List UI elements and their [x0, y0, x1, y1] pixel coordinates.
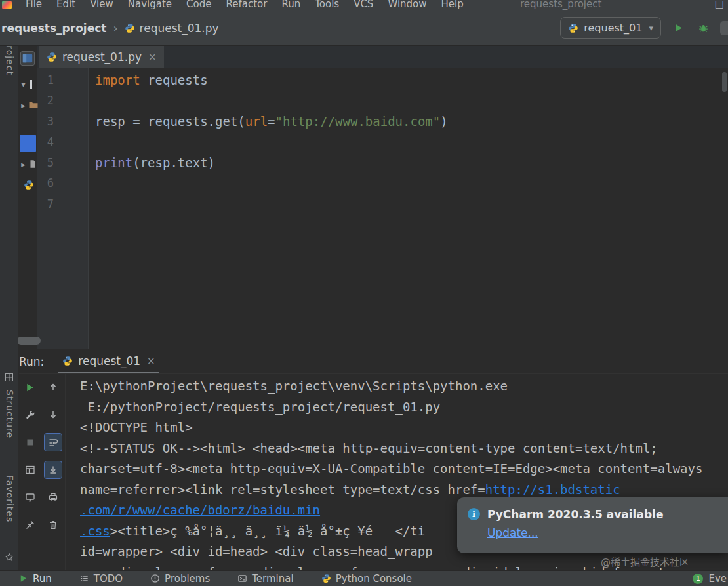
console-line: <!--STATUS OK--><html> <head><meta http-…	[66, 438, 728, 459]
caret-bar	[30, 80, 32, 89]
line-number: 4	[37, 135, 89, 148]
breadcrumb-file[interactable]: request_01.py	[140, 22, 219, 35]
menu-item-navigate[interactable]: Navigate	[121, 0, 179, 10]
favorites-stripe-icon[interactable]	[5, 553, 14, 562]
tree-selected-item[interactable]	[20, 135, 36, 152]
monitor-button[interactable]	[21, 488, 39, 507]
printer-button[interactable]	[44, 488, 62, 507]
menu-item-file[interactable]: File	[18, 0, 49, 10]
run-tab[interactable]: request_01 ×	[58, 349, 159, 373]
status-item-run[interactable]: Run	[18, 573, 52, 585]
tree-node-file[interactable]: ▸	[20, 157, 37, 171]
menu-item-window[interactable]: Window	[380, 0, 434, 10]
run-tab-label: request_01	[78, 354, 140, 367]
code-text: resp = requests.get(url="http://www.baid…	[89, 114, 448, 129]
menu-item-refactor[interactable]: Refactor	[218, 0, 274, 10]
editor-tab-bar: request_01.py ×	[37, 46, 728, 68]
up-button[interactable]	[44, 378, 62, 396]
editor-tab[interactable]: request_01.py ×	[39, 46, 164, 68]
menu-item-view[interactable]: View	[83, 0, 121, 10]
code-segment: requests	[140, 73, 208, 87]
breadcrumb-project[interactable]: requests_project	[1, 22, 106, 35]
console-link[interactable]: .css	[80, 524, 110, 538]
chevron-down-icon[interactable]: ▾	[20, 79, 27, 89]
run-config-select[interactable]: request_01 ▾	[560, 17, 661, 39]
todo-icon	[79, 574, 89, 583]
code-segment: print	[95, 156, 132, 170]
status-item-terminal[interactable]: Terminal	[237, 573, 293, 585]
code-line: 5print(resp.text)	[37, 152, 728, 173]
maximize-button[interactable]: □	[715, 0, 724, 10]
code-text: print(resp.text)	[89, 156, 215, 170]
softwrap-button[interactable]	[44, 433, 62, 451]
menu: FileEditViewNavigateCodeRefactorRunTools…	[18, 0, 471, 10]
project-tool-icon[interactable]	[20, 51, 35, 66]
console-link[interactable]: //www	[725, 565, 728, 571]
code-line: 3resp = requests.get(url="http://www.bai…	[37, 111, 728, 132]
menu-item-run[interactable]: Run	[274, 0, 308, 10]
stripe-favorites-label[interactable]: Favorites	[5, 475, 15, 522]
console-link[interactable]: .com/r/www/cache/bdorz/baidu.min	[80, 503, 320, 517]
editor-vertical-scrollbar[interactable]	[722, 72, 727, 92]
console-link[interactable]: http://s1.bdstatic	[485, 482, 620, 497]
chevron-right-icon[interactable]: ▸	[20, 100, 27, 110]
console-text: <!DOCTYPE html>	[80, 420, 193, 434]
menu-item-help[interactable]: Help	[434, 0, 471, 10]
tree-python-file[interactable]	[24, 178, 34, 192]
status-right: 1 Eve	[693, 573, 727, 585]
coverage-button[interactable]	[720, 21, 728, 35]
tree-node-root[interactable]: ▾	[20, 77, 32, 91]
close-icon[interactable]: ×	[147, 355, 155, 367]
settings-button[interactable]	[21, 406, 39, 424]
stripe-structure-label[interactable]: Structure	[5, 390, 15, 438]
run-button[interactable]	[670, 20, 686, 36]
run-panel-label: Run:	[19, 355, 44, 368]
code-url-link[interactable]: http://www.baidu.com	[283, 114, 433, 129]
menu-item-tools[interactable]: Tools	[308, 0, 346, 10]
structure-stripe-icon[interactable]	[5, 373, 14, 382]
menu-item-edit[interactable]: Edit	[49, 0, 83, 10]
chevron-right-icon: ›	[113, 21, 117, 35]
code-segment: import	[95, 73, 140, 87]
play-icon	[18, 574, 28, 583]
code-line: 2	[37, 91, 728, 112]
event-log-label[interactable]: Eve	[708, 573, 727, 585]
console-line: E:/pythonProject/requests_project/reques…	[66, 397, 728, 418]
status-item-todo[interactable]: TODO	[79, 573, 123, 585]
line-number: 3	[37, 115, 89, 128]
notification-popup: i PyCharm 2020.3.5 available Update...	[457, 497, 728, 553]
event-count-badge[interactable]: 1	[693, 574, 703, 584]
horizontal-scrollbar[interactable]	[17, 337, 41, 345]
python-file-icon	[125, 23, 135, 33]
code-segment: )	[440, 114, 447, 129]
layout-button[interactable]	[21, 461, 39, 479]
status-item-problems[interactable]: Problems	[150, 573, 210, 585]
down-button[interactable]	[44, 406, 62, 424]
line-number: 1	[37, 73, 89, 87]
pin-button[interactable]	[21, 516, 39, 534]
menu-item-vcs[interactable]: VCS	[346, 0, 380, 10]
editor-code-area[interactable]: 1import requests23resp = requests.get(ur…	[37, 70, 728, 215]
rerun-button[interactable]	[21, 378, 39, 396]
update-link[interactable]: Update...	[487, 526, 538, 539]
debug-button[interactable]	[695, 20, 711, 36]
chevron-right-icon[interactable]: ▸	[20, 159, 27, 169]
notification-title: PyCharm 2020.3.5 available	[487, 508, 663, 521]
minimize-button[interactable]: —	[673, 0, 682, 9]
trash-button[interactable]	[44, 516, 62, 534]
project-panel: ▾ ▸ ▸	[18, 46, 37, 349]
code-segment: resp = requests.get(	[95, 114, 245, 129]
watermark: @稀土掘金技术社区	[601, 555, 689, 568]
scrollend-button[interactable]	[44, 461, 62, 479]
console-text: ><title>ç %å°¦ä¸¸ ä¸¸ ï¼ ä½ å°±ç ¥é </ti	[110, 524, 425, 538]
status-label: Run	[33, 573, 52, 585]
tree-node-folder[interactable]: ▸	[20, 98, 39, 112]
close-icon[interactable]: ×	[148, 51, 157, 63]
code-segment: =	[268, 114, 275, 129]
console-toolbar	[41, 374, 66, 570]
tool-window-stripe: Project Structure Favorites	[0, 10, 18, 570]
editor-tab-label: request_01.py	[62, 51, 142, 64]
stop-button[interactable]	[21, 433, 39, 451]
status-item-python-console[interactable]: Python Console	[321, 573, 412, 585]
menu-item-code[interactable]: Code	[179, 0, 218, 10]
